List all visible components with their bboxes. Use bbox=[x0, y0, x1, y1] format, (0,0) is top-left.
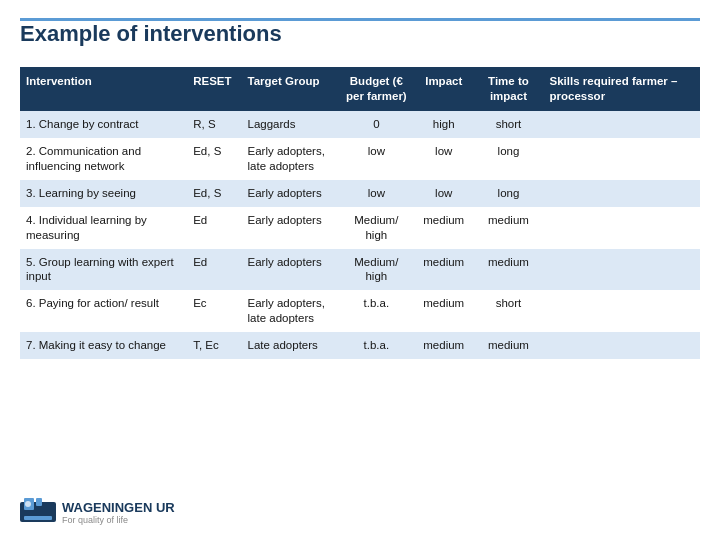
cell-skills bbox=[544, 138, 700, 180]
cell-intervention: 1. Change by contract bbox=[20, 111, 187, 138]
cell-skills bbox=[544, 111, 700, 138]
cell-time: medium bbox=[473, 249, 543, 291]
cell-impact: medium bbox=[414, 332, 473, 359]
footer: WAGENINGEN UR For quality of life bbox=[20, 486, 700, 530]
cell-budget: t.b.a. bbox=[339, 290, 415, 332]
cell-budget: low bbox=[339, 180, 415, 207]
cell-impact: medium bbox=[414, 207, 473, 249]
cell-time: medium bbox=[473, 207, 543, 249]
table-row: 2. Communication and influencing network… bbox=[20, 138, 700, 180]
cell-intervention: 7. Making it easy to change bbox=[20, 332, 187, 359]
cell-intervention: 6. Paying for action/ result bbox=[20, 290, 187, 332]
cell-impact: high bbox=[414, 111, 473, 138]
cell-time: long bbox=[473, 180, 543, 207]
svg-point-4 bbox=[25, 501, 31, 507]
cell-target: Early adopters bbox=[242, 207, 339, 249]
cell-intervention: 5. Group learning with expert input bbox=[20, 249, 187, 291]
cell-target: Early adopters, late adopters bbox=[242, 138, 339, 180]
cell-skills bbox=[544, 332, 700, 359]
cell-budget: Medium/ high bbox=[339, 249, 415, 291]
cell-target: Laggards bbox=[242, 111, 339, 138]
cell-intervention: 3. Learning by seeing bbox=[20, 180, 187, 207]
table-row: 1. Change by contractR, SLaggards0highsh… bbox=[20, 111, 700, 138]
cell-reset: R, S bbox=[187, 111, 241, 138]
header-budget: Budget (€ per farmer) bbox=[339, 67, 415, 111]
cell-reset: Ed, S bbox=[187, 138, 241, 180]
table-row: 4. Individual learning by measuringEdEar… bbox=[20, 207, 700, 249]
cell-target: Early adopters bbox=[242, 180, 339, 207]
cell-budget: t.b.a. bbox=[339, 332, 415, 359]
logo-sub: For quality of life bbox=[62, 515, 175, 525]
cell-time: short bbox=[473, 290, 543, 332]
header-intervention: Intervention bbox=[20, 67, 187, 111]
header-impact: Impact bbox=[414, 67, 473, 111]
cell-reset: Ec bbox=[187, 290, 241, 332]
cell-reset: Ed, S bbox=[187, 180, 241, 207]
cell-impact: low bbox=[414, 180, 473, 207]
cell-intervention: 2. Communication and influencing network bbox=[20, 138, 187, 180]
wageningen-logo-icon bbox=[20, 494, 56, 530]
logo-text-block: WAGENINGEN UR For quality of life bbox=[62, 500, 175, 525]
page-title: Example of interventions bbox=[20, 18, 700, 53]
cell-reset: Ed bbox=[187, 207, 241, 249]
logo: WAGENINGEN UR For quality of life bbox=[20, 494, 175, 530]
cell-budget: Medium/ high bbox=[339, 207, 415, 249]
cell-intervention: 4. Individual learning by measuring bbox=[20, 207, 187, 249]
header-reset: RESET bbox=[187, 67, 241, 111]
interventions-table: Intervention RESET Target Group Budget (… bbox=[20, 67, 700, 359]
svg-rect-3 bbox=[24, 516, 52, 520]
cell-impact: medium bbox=[414, 290, 473, 332]
header-skills: Skills required farmer – processor bbox=[544, 67, 700, 111]
cell-reset: T, Ec bbox=[187, 332, 241, 359]
cell-budget: low bbox=[339, 138, 415, 180]
cell-time: medium bbox=[473, 332, 543, 359]
svg-rect-2 bbox=[36, 498, 42, 506]
table-row: 7. Making it easy to changeT, EcLate ado… bbox=[20, 332, 700, 359]
header-time: Time to impact bbox=[473, 67, 543, 111]
page: Example of interventions Intervention RE… bbox=[0, 0, 720, 540]
table-row: 5. Group learning with expert inputEdEar… bbox=[20, 249, 700, 291]
cell-target: Early adopters, late adopters bbox=[242, 290, 339, 332]
cell-target: Early adopters bbox=[242, 249, 339, 291]
cell-impact: medium bbox=[414, 249, 473, 291]
cell-skills bbox=[544, 249, 700, 291]
cell-target: Late adopters bbox=[242, 332, 339, 359]
cell-reset: Ed bbox=[187, 249, 241, 291]
logo-name-strong: WAGENINGEN UR bbox=[62, 500, 175, 515]
logo-name: WAGENINGEN UR bbox=[62, 500, 175, 515]
cell-time: long bbox=[473, 138, 543, 180]
cell-skills bbox=[544, 180, 700, 207]
cell-skills bbox=[544, 290, 700, 332]
table-row: 6. Paying for action/ resultEcEarly adop… bbox=[20, 290, 700, 332]
cell-impact: low bbox=[414, 138, 473, 180]
cell-budget: 0 bbox=[339, 111, 415, 138]
table-row: 3. Learning by seeingEd, SEarly adopters… bbox=[20, 180, 700, 207]
cell-skills bbox=[544, 207, 700, 249]
cell-time: short bbox=[473, 111, 543, 138]
header-target: Target Group bbox=[242, 67, 339, 111]
